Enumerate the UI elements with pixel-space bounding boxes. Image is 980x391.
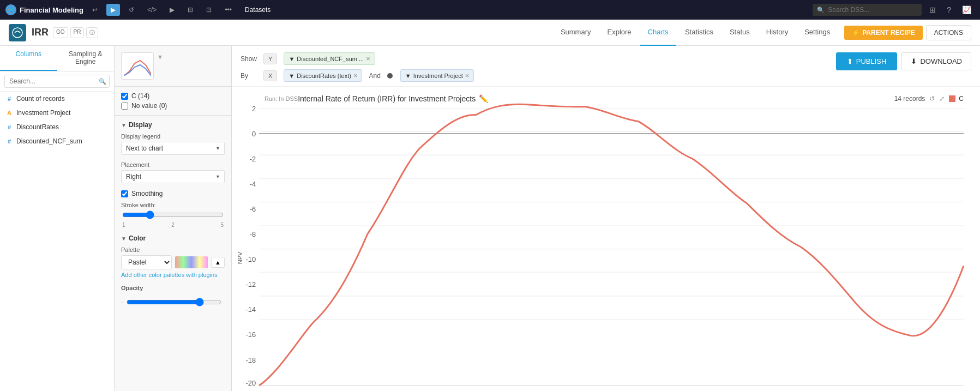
app-logo: 🐦 Financial Modeling — [5, 4, 83, 15]
nav-monitor-button[interactable]: ⊡ — [202, 4, 216, 16]
sidebar-item-ncf[interactable]: # Discounted_NCF_sum — [0, 134, 114, 148]
left-sidebar: Columns Sampling & Engine 🔍 # Count of r… — [0, 46, 115, 391]
hash-icon-count: # — [5, 95, 13, 102]
checkbox-novalue-label: No value (0) — [131, 102, 167, 110]
recipe-icon: ⚡ — [852, 29, 860, 37]
x-field-remove[interactable]: × — [353, 71, 358, 80]
download-label: DOWNLOAD — [920, 57, 962, 65]
edit-title-icon[interactable]: ✏️ — [479, 94, 488, 103]
nav-run-button[interactable]: ▶ — [165, 4, 179, 16]
nav-refresh-button[interactable]: ↺ — [124, 4, 139, 16]
display-section: ▼ Display Display legend Next to chart B… — [115, 116, 231, 391]
chart-title: Internal Rate of Return (IRR) for Invest… — [298, 94, 894, 103]
color-section-header[interactable]: ▼ Color — [121, 234, 225, 242]
checkbox-c14-input[interactable] — [121, 93, 128, 100]
expand-icon[interactable]: ⤢ — [939, 95, 945, 103]
sidebar-item-label-ncf: Discounted_NCF_sum — [16, 137, 82, 145]
app-name: Financial Modeling — [20, 6, 83, 14]
dot-indicator — [387, 73, 393, 79]
legend-form-group: Display legend Next to chart Below chart… — [121, 133, 225, 155]
tab-explore[interactable]: Explore — [600, 20, 639, 46]
legend-select[interactable]: Next to chart Below chart Hidden — [121, 142, 225, 155]
stroke-width-slider[interactable] — [122, 210, 224, 219]
apps-icon[interactable]: ⊞ — [926, 3, 939, 16]
group-field-pill[interactable]: ▼ Investment Project × — [400, 69, 474, 82]
brand-icon — [9, 24, 26, 41]
sidebar-item-discount-rates[interactable]: # DiscountRates — [0, 120, 114, 134]
parent-recipe-button[interactable]: ⚡ PARENT RECIPE — [844, 26, 922, 40]
checkbox-novalue-input[interactable] — [121, 103, 128, 110]
tab-status[interactable]: Status — [722, 20, 757, 46]
group-field-remove[interactable]: × — [465, 71, 470, 80]
opacity-section-header: Opacity — [121, 285, 225, 293]
trend-icon[interactable]: 📈 — [959, 3, 975, 16]
dataset-badge-info[interactable]: ⓘ — [86, 27, 98, 38]
color-arrow-icon: ▼ — [121, 236, 127, 242]
sidebar-tab-sampling[interactable]: Sampling & Engine — [57, 46, 115, 71]
checkbox-novalue[interactable]: No value (0) — [121, 101, 225, 111]
tab-history[interactable]: History — [759, 20, 796, 46]
alpha-icon-investment: A — [5, 110, 13, 116]
chart-action-buttons: ⬆ PUBLISH ⬇ DOWNLOAD — [836, 52, 971, 70]
chart-options-button[interactable]: ▾ — [158, 52, 162, 61]
display-arrow-icon: ▼ — [121, 122, 127, 128]
dataset-name-label: IRR — [32, 27, 49, 38]
refresh-icon[interactable]: ↺ — [929, 95, 935, 103]
opacity-slider-wrap: - — [121, 298, 225, 306]
palette-select[interactable]: Pastel — [121, 255, 172, 269]
nav-code-button[interactable]: </> — [143, 4, 161, 16]
help-icon[interactable]: ? — [943, 3, 954, 16]
svg-text:-2: -2 — [250, 155, 256, 163]
svg-text:-12: -12 — [245, 280, 256, 288]
svg-text:0: 0 — [252, 130, 256, 138]
search-wrapper: 🔍 — [813, 4, 922, 16]
publish-button[interactable]: ⬆ PUBLISH — [836, 52, 898, 70]
tab-statistics[interactable]: Statistics — [677, 20, 721, 46]
x-field-pill[interactable]: ▼ DiscountRates (text) × — [284, 69, 362, 82]
display-section-header[interactable]: ▼ Display — [121, 121, 225, 129]
checkbox-c14[interactable]: C (14) — [121, 91, 225, 101]
nav-more-button[interactable]: ••• — [220, 4, 236, 16]
tab-charts[interactable]: Charts — [640, 20, 676, 46]
chart-title-wrap: Internal Rate of Return (IRR) for Invest… — [298, 94, 894, 103]
download-button[interactable]: ⬇ DOWNLOAD — [901, 52, 971, 70]
tab-settings[interactable]: Settings — [797, 20, 838, 46]
search-input[interactable] — [813, 4, 922, 16]
chart-title-text: Internal Rate of Return (IRR) for Invest… — [298, 94, 476, 103]
svg-text:-16: -16 — [245, 330, 256, 339]
sidebar-search-input[interactable] — [4, 75, 110, 88]
placement-select[interactable]: Right Left Center — [121, 170, 225, 183]
chart-legend: C — [949, 95, 966, 103]
chart-meta: 14 records ↺ ⤢ C — [894, 95, 966, 103]
legend-select-wrap: Next to chart Below chart Hidden — [121, 142, 225, 155]
tab-summary[interactable]: Summary — [553, 20, 599, 46]
sidebar-item-count[interactable]: # Count of records — [0, 92, 114, 106]
palette-dropdown-button[interactable]: ▲ — [211, 257, 225, 268]
placement-form-group: Placement Right Left Center — [121, 161, 225, 183]
records-count: 14 records — [894, 95, 925, 103]
actions-button[interactable]: ACTIONS — [926, 25, 971, 40]
opacity-slider[interactable] — [127, 298, 221, 306]
chart-controls: Show Y ▼ Discounted_NCF_sum ... × By X ▼… — [232, 46, 980, 87]
dataset-badge-go[interactable]: GO — [53, 27, 68, 38]
smoothing-label: Smoothing — [131, 190, 163, 197]
main-tabs: Summary Explore Charts Statistics Status… — [553, 20, 838, 46]
sidebar-item-investment[interactable]: A Investment Project — [0, 106, 114, 120]
nav-flow-button[interactable]: ▶ — [106, 4, 120, 16]
sidebar-search-icon: 🔍 — [99, 78, 106, 85]
smoothing-checkbox[interactable]: Smoothing — [121, 190, 225, 197]
stroke-width-slider-wrap: 1 2 5 — [121, 210, 225, 228]
sidebar-tab-columns[interactable]: Columns — [0, 46, 57, 71]
smoothing-checkbox-input[interactable] — [121, 190, 128, 197]
slider-min: 1 — [122, 222, 125, 228]
y-field-remove[interactable]: × — [366, 55, 370, 63]
svg-text:-18: -18 — [245, 356, 256, 364]
y-axis-title: NPV — [237, 252, 243, 264]
y-field-pill[interactable]: ▼ Discounted_NCF_sum ... × — [284, 52, 375, 65]
nav-grid-button[interactable]: ⊟ — [183, 4, 197, 16]
add-palette-link[interactable]: Add other color palettes with plugins — [121, 272, 225, 278]
stroke-width-group: Stroke width: 1 2 5 — [121, 202, 225, 228]
dataset-badge-pr[interactable]: PR — [70, 27, 85, 38]
nav-back-button[interactable]: ↩ — [88, 4, 102, 16]
group-field-arrow: ▼ — [405, 73, 411, 79]
